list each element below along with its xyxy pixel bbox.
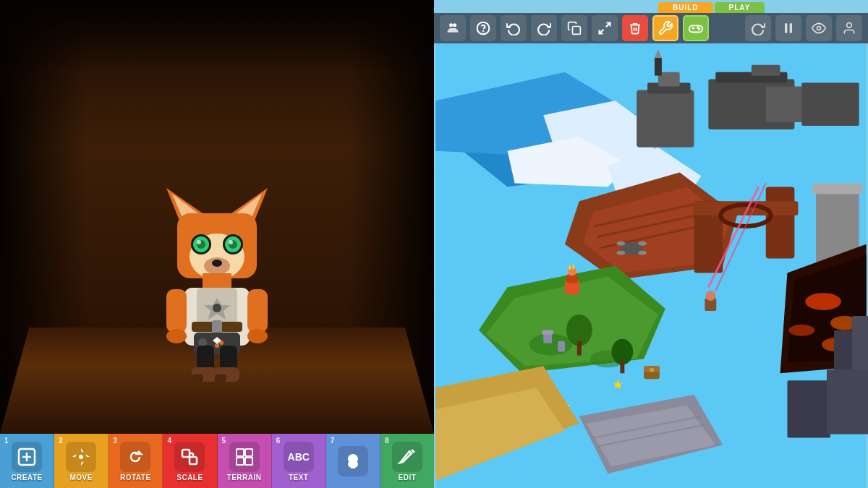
- user-icon: [842, 21, 856, 35]
- tool-label-create: CREATE: [11, 474, 42, 481]
- tool-rotate[interactable]: 3 ROTATE: [109, 434, 163, 488]
- tool-label-text: TEXT: [289, 474, 309, 481]
- main-container: BUILD PLAY: [0, 0, 868, 488]
- refresh-button[interactable]: [745, 15, 771, 41]
- tool-number-6: 6: [276, 437, 281, 445]
- tool-script[interactable]: 7: [326, 434, 380, 488]
- svg-point-33: [788, 325, 814, 336]
- play-tab[interactable]: PLAY: [715, 2, 765, 13]
- fox-nose: [212, 260, 222, 267]
- svg-rect-28: [812, 183, 862, 194]
- undo-button[interactable]: [501, 15, 527, 41]
- svg-rect-9: [655, 58, 662, 76]
- svg-point-86: [699, 28, 700, 30]
- play-button[interactable]: [683, 15, 709, 41]
- svg-rect-45: [620, 360, 624, 373]
- delete-icon: [629, 22, 642, 35]
- svg-rect-87: [689, 25, 702, 32]
- tool-number-3: 3: [113, 437, 117, 445]
- fox-hand-right: [247, 329, 268, 343]
- people-button[interactable]: [440, 15, 466, 41]
- top-toolbar-strip: BUILD PLAY: [434, 0, 868, 43]
- fox-eye-left-shine: [197, 240, 201, 244]
- fox-boot-right-toe: [215, 374, 226, 382]
- edit-icon: [397, 447, 417, 467]
- help-icon: [476, 21, 490, 35]
- tool-scale[interactable]: 4 SCALE: [163, 434, 217, 488]
- tool-terrain[interactable]: 5 TERRAIN: [218, 434, 272, 488]
- tool-create[interactable]: 1 CREATE: [0, 434, 54, 488]
- create-icon-box: [12, 442, 42, 472]
- svg-point-91: [847, 23, 852, 28]
- svg-rect-100: [182, 450, 190, 457]
- svg-rect-80: [573, 27, 581, 35]
- svg-point-61: [638, 241, 647, 246]
- scale-icon-box: [174, 442, 205, 472]
- room-top: [0, 0, 434, 72]
- create-icon: [17, 447, 37, 467]
- gamepad-icon: [688, 20, 704, 36]
- tool-label-terrain: TERRAIN: [227, 474, 262, 481]
- scale-icon: [179, 447, 200, 467]
- user-button[interactable]: [836, 15, 862, 41]
- svg-point-24: [720, 205, 770, 226]
- svg-point-99: [79, 455, 83, 459]
- help-button[interactable]: [470, 15, 496, 41]
- svg-point-62: [616, 251, 625, 255]
- svg-rect-22: [766, 187, 795, 258]
- refresh-icon: [751, 21, 765, 35]
- build-tool-button[interactable]: [652, 15, 678, 41]
- wrench-icon: [658, 20, 673, 36]
- svg-rect-75: [558, 341, 565, 352]
- svg-rect-43: [577, 341, 582, 356]
- svg-point-76: [449, 23, 453, 27]
- copy-icon: [567, 21, 582, 35]
- tool-number-2: 2: [59, 437, 63, 445]
- copy-button[interactable]: [561, 15, 587, 41]
- eye-button[interactable]: [806, 15, 832, 41]
- redo-button[interactable]: [531, 15, 557, 41]
- tool-move[interactable]: 2 MOVE: [54, 434, 109, 488]
- tool-number-1: 1: [4, 437, 9, 445]
- svg-point-58: [705, 291, 715, 301]
- svg-point-31: [805, 293, 841, 310]
- svg-point-90: [817, 27, 821, 30]
- fox-svg: [152, 181, 282, 383]
- fox-eye-right-shine: [229, 240, 233, 244]
- fox-chest-center: [213, 304, 221, 312]
- svg-point-77: [453, 23, 456, 27]
- bottom-toolbar: 1 CREATE 2 MOV: [0, 434, 434, 488]
- iso-world: [434, 43, 868, 488]
- rotate-icon-box: [120, 442, 150, 472]
- svg-rect-72: [827, 369, 868, 434]
- svg-rect-88: [785, 23, 787, 33]
- svg-point-79: [483, 31, 484, 32]
- tool-text[interactable]: 6 ABC TEXT: [272, 434, 326, 488]
- rotate-icon: [125, 447, 145, 467]
- right-panel: BUILD PLAY: [434, 0, 868, 488]
- icons-row: [434, 13, 868, 43]
- svg-rect-107: [245, 458, 252, 465]
- svg-rect-48: [650, 368, 654, 372]
- svg-rect-74: [542, 330, 553, 335]
- build-tab[interactable]: BUILD: [658, 2, 713, 13]
- delete-button[interactable]: [622, 15, 648, 41]
- fox-character: [152, 181, 282, 383]
- tab-labels-row: BUILD PLAY: [434, 0, 868, 13]
- redo-icon: [537, 21, 551, 35]
- fox-belt-buckle: [212, 320, 222, 333]
- svg-marker-98: [83, 454, 90, 457]
- tool-edit[interactable]: 8 EDIT: [380, 434, 434, 488]
- tool-number-5: 5: [222, 437, 226, 445]
- svg-rect-101: [190, 457, 197, 464]
- fullscreen-button[interactable]: [592, 15, 618, 41]
- people-icon: [446, 21, 460, 35]
- svg-point-63: [638, 251, 647, 255]
- pause-button[interactable]: [775, 15, 801, 41]
- fox-hand-left: [166, 329, 187, 343]
- move-icon-box: [66, 442, 96, 472]
- tool-label-edit: EDIT: [399, 474, 417, 481]
- tool-number-4: 4: [167, 437, 171, 445]
- move-icon: [71, 447, 91, 467]
- svg-marker-97: [72, 454, 79, 457]
